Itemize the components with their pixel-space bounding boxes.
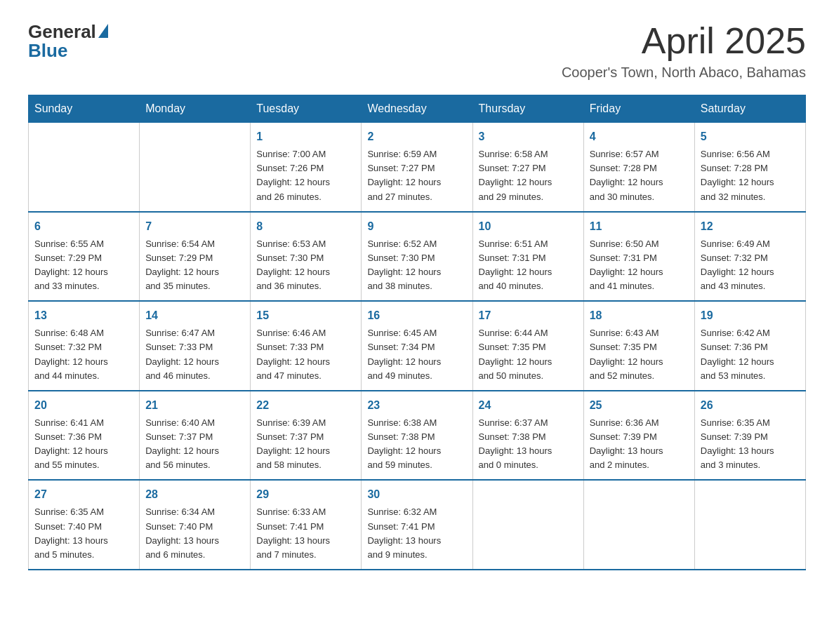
day-info: Sunrise: 6:35 AM Sunset: 7:40 PM Dayligh… <box>34 505 133 562</box>
calendar-cell: 16Sunrise: 6:45 AM Sunset: 7:34 PM Dayli… <box>362 301 472 391</box>
day-number: 29 <box>256 486 355 503</box>
day-number: 7 <box>145 218 244 235</box>
day-info: Sunrise: 6:36 AM Sunset: 7:39 PM Dayligh… <box>590 416 689 473</box>
calendar-cell: 5Sunrise: 6:56 AM Sunset: 7:28 PM Daylig… <box>694 123 805 212</box>
calendar-cell: 24Sunrise: 6:37 AM Sunset: 7:38 PM Dayli… <box>472 391 583 481</box>
day-number: 9 <box>367 218 466 235</box>
day-of-week-header: Saturday <box>694 95 805 123</box>
week-row: 13Sunrise: 6:48 AM Sunset: 7:32 PM Dayli… <box>29 301 806 391</box>
day-of-week-header: Thursday <box>472 95 583 123</box>
month-title: April 2025 <box>562 21 806 61</box>
day-number: 25 <box>590 397 689 414</box>
day-number: 22 <box>256 397 355 414</box>
day-info: Sunrise: 6:57 AM Sunset: 7:28 PM Dayligh… <box>590 147 689 204</box>
location-title: Cooper's Town, North Abaco, Bahamas <box>562 65 806 81</box>
calendar-cell: 23Sunrise: 6:38 AM Sunset: 7:38 PM Dayli… <box>362 391 472 481</box>
day-number: 3 <box>479 128 578 145</box>
calendar-cell: 30Sunrise: 6:32 AM Sunset: 7:41 PM Dayli… <box>362 480 472 570</box>
day-info: Sunrise: 6:43 AM Sunset: 7:35 PM Dayligh… <box>590 326 689 383</box>
title-block: April 2025 Cooper's Town, North Abaco, B… <box>562 21 806 81</box>
day-info: Sunrise: 6:47 AM Sunset: 7:33 PM Dayligh… <box>145 326 244 383</box>
calendar-cell: 19Sunrise: 6:42 AM Sunset: 7:36 PM Dayli… <box>694 301 805 391</box>
calendar-table: SundayMondayTuesdayWednesdayThursdayFrid… <box>28 95 806 570</box>
calendar-cell: 17Sunrise: 6:44 AM Sunset: 7:35 PM Dayli… <box>472 301 583 391</box>
day-number: 11 <box>590 218 689 235</box>
day-of-week-header: Friday <box>583 95 694 123</box>
logo-triangle-icon <box>98 24 108 38</box>
day-number: 28 <box>145 486 244 503</box>
day-info: Sunrise: 6:59 AM Sunset: 7:27 PM Dayligh… <box>367 147 466 204</box>
calendar-cell: 2Sunrise: 6:59 AM Sunset: 7:27 PM Daylig… <box>362 123 472 212</box>
day-info: Sunrise: 6:52 AM Sunset: 7:30 PM Dayligh… <box>367 237 466 294</box>
day-of-week-header: Monday <box>140 95 251 123</box>
calendar-cell: 11Sunrise: 6:50 AM Sunset: 7:31 PM Dayli… <box>583 212 694 302</box>
day-of-week-header: Tuesday <box>251 95 362 123</box>
calendar-cell <box>472 480 583 570</box>
calendar-cell: 25Sunrise: 6:36 AM Sunset: 7:39 PM Dayli… <box>583 391 694 481</box>
day-number: 16 <box>367 307 466 324</box>
day-info: Sunrise: 6:48 AM Sunset: 7:32 PM Dayligh… <box>34 326 133 383</box>
day-info: Sunrise: 6:50 AM Sunset: 7:31 PM Dayligh… <box>590 237 689 294</box>
calendar-cell: 4Sunrise: 6:57 AM Sunset: 7:28 PM Daylig… <box>583 123 694 212</box>
calendar-cell: 9Sunrise: 6:52 AM Sunset: 7:30 PM Daylig… <box>362 212 472 302</box>
calendar-cell: 10Sunrise: 6:51 AM Sunset: 7:31 PM Dayli… <box>472 212 583 302</box>
day-info: Sunrise: 6:45 AM Sunset: 7:34 PM Dayligh… <box>367 326 466 383</box>
calendar-cell <box>694 480 805 570</box>
day-info: Sunrise: 6:35 AM Sunset: 7:39 PM Dayligh… <box>701 416 800 473</box>
day-number: 30 <box>367 486 466 503</box>
calendar-cell: 20Sunrise: 6:41 AM Sunset: 7:36 PM Dayli… <box>29 391 140 481</box>
day-info: Sunrise: 6:38 AM Sunset: 7:38 PM Dayligh… <box>367 416 466 473</box>
header-row: SundayMondayTuesdayWednesdayThursdayFrid… <box>29 95 806 123</box>
day-info: Sunrise: 7:00 AM Sunset: 7:26 PM Dayligh… <box>256 147 355 204</box>
calendar-cell: 6Sunrise: 6:55 AM Sunset: 7:29 PM Daylig… <box>29 212 140 302</box>
page-header: General Blue April 2025 Cooper's Town, N… <box>28 21 806 81</box>
day-info: Sunrise: 6:33 AM Sunset: 7:41 PM Dayligh… <box>256 505 355 562</box>
day-number: 8 <box>256 218 355 235</box>
day-number: 4 <box>590 128 689 145</box>
calendar-cell <box>29 123 140 212</box>
calendar-cell: 27Sunrise: 6:35 AM Sunset: 7:40 PM Dayli… <box>29 480 140 570</box>
week-row: 20Sunrise: 6:41 AM Sunset: 7:36 PM Dayli… <box>29 391 806 481</box>
calendar-cell: 8Sunrise: 6:53 AM Sunset: 7:30 PM Daylig… <box>251 212 362 302</box>
day-number: 27 <box>34 486 133 503</box>
calendar-cell: 15Sunrise: 6:46 AM Sunset: 7:33 PM Dayli… <box>251 301 362 391</box>
calendar-cell: 7Sunrise: 6:54 AM Sunset: 7:29 PM Daylig… <box>140 212 251 302</box>
day-number: 2 <box>367 128 466 145</box>
day-info: Sunrise: 6:40 AM Sunset: 7:37 PM Dayligh… <box>145 416 244 473</box>
logo: General Blue <box>28 21 108 62</box>
calendar-cell: 13Sunrise: 6:48 AM Sunset: 7:32 PM Dayli… <box>29 301 140 391</box>
calendar-cell <box>583 480 694 570</box>
day-number: 20 <box>34 397 133 414</box>
week-row: 1Sunrise: 7:00 AM Sunset: 7:26 PM Daylig… <box>29 123 806 212</box>
day-number: 23 <box>367 397 466 414</box>
calendar-cell: 18Sunrise: 6:43 AM Sunset: 7:35 PM Dayli… <box>583 301 694 391</box>
calendar-cell: 14Sunrise: 6:47 AM Sunset: 7:33 PM Dayli… <box>140 301 251 391</box>
day-info: Sunrise: 6:58 AM Sunset: 7:27 PM Dayligh… <box>479 147 578 204</box>
calendar-cell: 12Sunrise: 6:49 AM Sunset: 7:32 PM Dayli… <box>694 212 805 302</box>
day-number: 17 <box>479 307 578 324</box>
day-number: 21 <box>145 397 244 414</box>
calendar-cell: 21Sunrise: 6:40 AM Sunset: 7:37 PM Dayli… <box>140 391 251 481</box>
day-number: 26 <box>701 397 800 414</box>
day-info: Sunrise: 6:51 AM Sunset: 7:31 PM Dayligh… <box>479 237 578 294</box>
day-info: Sunrise: 6:54 AM Sunset: 7:29 PM Dayligh… <box>145 237 244 294</box>
day-number: 24 <box>479 397 578 414</box>
calendar-cell: 26Sunrise: 6:35 AM Sunset: 7:39 PM Dayli… <box>694 391 805 481</box>
day-info: Sunrise: 6:49 AM Sunset: 7:32 PM Dayligh… <box>701 237 800 294</box>
week-row: 6Sunrise: 6:55 AM Sunset: 7:29 PM Daylig… <box>29 212 806 302</box>
logo-blue-text: Blue <box>28 40 67 62</box>
day-info: Sunrise: 6:34 AM Sunset: 7:40 PM Dayligh… <box>145 505 244 562</box>
calendar-cell: 1Sunrise: 7:00 AM Sunset: 7:26 PM Daylig… <box>251 123 362 212</box>
day-number: 12 <box>701 218 800 235</box>
calendar-cell: 3Sunrise: 6:58 AM Sunset: 7:27 PM Daylig… <box>472 123 583 212</box>
calendar-cell: 22Sunrise: 6:39 AM Sunset: 7:37 PM Dayli… <box>251 391 362 481</box>
day-number: 5 <box>701 128 800 145</box>
day-info: Sunrise: 6:37 AM Sunset: 7:38 PM Dayligh… <box>479 416 578 473</box>
day-number: 1 <box>256 128 355 145</box>
day-info: Sunrise: 6:53 AM Sunset: 7:30 PM Dayligh… <box>256 237 355 294</box>
day-of-week-header: Wednesday <box>362 95 472 123</box>
day-of-week-header: Sunday <box>29 95 140 123</box>
day-info: Sunrise: 6:44 AM Sunset: 7:35 PM Dayligh… <box>479 326 578 383</box>
day-number: 14 <box>145 307 244 324</box>
day-info: Sunrise: 6:39 AM Sunset: 7:37 PM Dayligh… <box>256 416 355 473</box>
